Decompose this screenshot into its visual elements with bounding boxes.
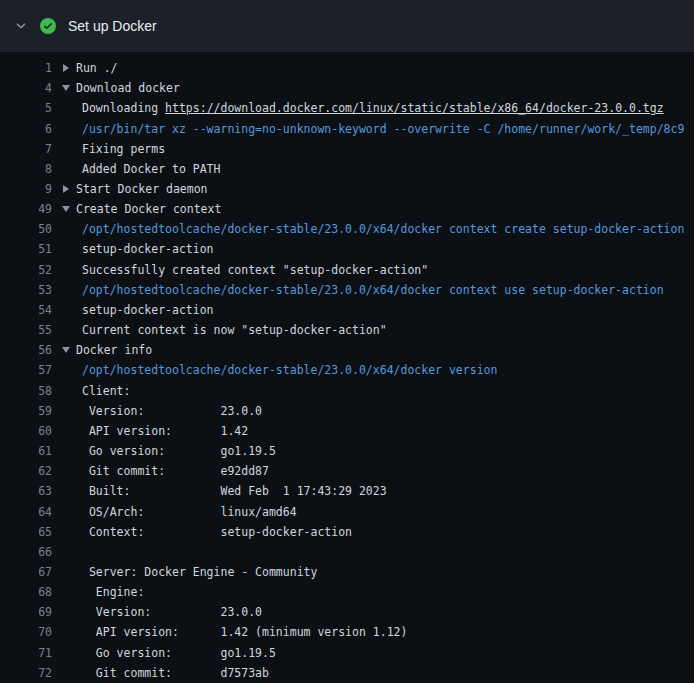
line-number[interactable]: 56 bbox=[0, 343, 52, 357]
log-line: 66 bbox=[0, 542, 694, 562]
log-text: Client: bbox=[82, 384, 130, 398]
log-text: Go version: go1.19.5 bbox=[82, 646, 276, 660]
line-content: Built: Wed Feb 1 17:43:29 2023 bbox=[52, 484, 387, 498]
line-number[interactable]: 66 bbox=[0, 545, 52, 559]
line-number[interactable]: 64 bbox=[0, 505, 52, 519]
log-command-text: /usr/bin/tar xz --warning=no-unknown-key… bbox=[82, 122, 684, 136]
line-content: setup-docker-action bbox=[52, 242, 214, 256]
line-content: Added Docker to PATH bbox=[52, 162, 220, 176]
log-line: 68 Engine: bbox=[0, 582, 694, 602]
log-text: API version: 1.42 bbox=[82, 424, 248, 438]
group-title: Create Docker context bbox=[76, 202, 221, 216]
log-text: Engine: bbox=[82, 585, 144, 599]
line-content: Version: 23.0.0 bbox=[52, 404, 262, 418]
log-group-line[interactable]: 49Create Docker context bbox=[0, 199, 694, 219]
line-number[interactable]: 7 bbox=[0, 142, 52, 156]
log-text: Version: 23.0.0 bbox=[82, 605, 262, 619]
triangle-down-icon[interactable] bbox=[62, 84, 70, 92]
log-command-text: /opt/hostedtoolcache/docker-stable/23.0.… bbox=[82, 222, 684, 236]
line-number[interactable]: 6 bbox=[0, 122, 52, 136]
line-number[interactable]: 4 bbox=[0, 81, 52, 95]
line-number[interactable]: 65 bbox=[0, 525, 52, 539]
group-title: Download docker bbox=[76, 81, 180, 95]
line-number[interactable]: 68 bbox=[0, 585, 52, 599]
line-content: Start Docker daemon bbox=[52, 182, 208, 196]
line-number[interactable]: 8 bbox=[0, 162, 52, 176]
log-line: 63 Built: Wed Feb 1 17:43:29 2023 bbox=[0, 481, 694, 501]
log-line: 70 API version: 1.42 (minimum version 1.… bbox=[0, 622, 694, 642]
line-number[interactable]: 60 bbox=[0, 424, 52, 438]
line-content: Current context is now "setup-docker-act… bbox=[52, 323, 387, 337]
line-number[interactable]: 63 bbox=[0, 484, 52, 498]
line-number[interactable]: 5 bbox=[0, 101, 52, 115]
log-link[interactable]: https://download.docker.com/linux/static… bbox=[165, 101, 664, 115]
log-line: 7Fixing perms bbox=[0, 139, 694, 159]
log-group-line[interactable]: 56Docker info bbox=[0, 340, 694, 360]
line-number[interactable]: 70 bbox=[0, 625, 52, 639]
group-title: Start Docker daemon bbox=[76, 182, 208, 196]
group-title: Docker info bbox=[76, 343, 152, 357]
log-text: setup-docker-action bbox=[82, 242, 214, 256]
log-line: 53/opt/hostedtoolcache/docker-stable/23.… bbox=[0, 280, 694, 300]
log-line: 72 Git commit: d7573ab bbox=[0, 663, 694, 683]
line-number[interactable]: 57 bbox=[0, 363, 52, 377]
line-number[interactable]: 1 bbox=[0, 61, 52, 75]
log-line: 52Successfully created context "setup-do… bbox=[0, 260, 694, 280]
log-line: 67 Server: Docker Engine - Community bbox=[0, 562, 694, 582]
line-number[interactable]: 55 bbox=[0, 323, 52, 337]
log-text: Context: setup-docker-action bbox=[82, 525, 352, 539]
line-content: Go version: go1.19.5 bbox=[52, 444, 276, 458]
log-group-line[interactable]: 9Start Docker daemon bbox=[0, 179, 694, 199]
line-number[interactable]: 53 bbox=[0, 283, 52, 297]
log-command-text: /opt/hostedtoolcache/docker-stable/23.0.… bbox=[82, 283, 664, 297]
line-content: API version: 1.42 (minimum version 1.12) bbox=[52, 625, 407, 639]
line-number[interactable]: 58 bbox=[0, 384, 52, 398]
triangle-right-icon[interactable] bbox=[62, 64, 70, 72]
step-header[interactable]: Set up Docker bbox=[0, 0, 694, 52]
log-text: Downloading bbox=[82, 101, 165, 115]
log-line: 6/usr/bin/tar xz --warning=no-unknown-ke… bbox=[0, 118, 694, 138]
line-number[interactable]: 49 bbox=[0, 202, 52, 216]
actions-log-panel: Set up Docker 1Run ./4Download docker5Do… bbox=[0, 0, 694, 683]
log-line: 64 OS/Arch: linux/amd64 bbox=[0, 501, 694, 521]
triangle-right-icon[interactable] bbox=[62, 185, 70, 193]
log-command-text: /opt/hostedtoolcache/docker-stable/23.0.… bbox=[82, 363, 497, 377]
line-number[interactable]: 72 bbox=[0, 666, 52, 680]
log-text: Current context is now "setup-docker-act… bbox=[82, 323, 387, 337]
line-content: Version: 23.0.0 bbox=[52, 605, 262, 619]
triangle-down-icon[interactable] bbox=[62, 205, 70, 213]
log-group-line[interactable]: 1Run ./ bbox=[0, 58, 694, 78]
log-line: 65 Context: setup-docker-action bbox=[0, 522, 694, 542]
line-number[interactable]: 54 bbox=[0, 303, 52, 317]
chevron-down-icon[interactable] bbox=[14, 19, 28, 33]
line-number[interactable]: 69 bbox=[0, 605, 52, 619]
line-content: Create Docker context bbox=[52, 202, 221, 216]
line-content: OS/Arch: linux/amd64 bbox=[52, 505, 297, 519]
line-content: Server: Docker Engine - Community bbox=[52, 565, 317, 579]
line-content: Download docker bbox=[52, 81, 180, 95]
log-text: Successfully created context "setup-dock… bbox=[82, 263, 428, 277]
line-number[interactable]: 61 bbox=[0, 444, 52, 458]
log-line: 62 Git commit: e92dd87 bbox=[0, 461, 694, 481]
line-number[interactable]: 9 bbox=[0, 182, 52, 196]
line-number[interactable]: 71 bbox=[0, 646, 52, 660]
log-line: 60 API version: 1.42 bbox=[0, 421, 694, 441]
log-group-line[interactable]: 4Download docker bbox=[0, 78, 694, 98]
line-number[interactable]: 50 bbox=[0, 222, 52, 236]
line-content: Git commit: e92dd87 bbox=[52, 464, 269, 478]
line-content: Context: setup-docker-action bbox=[52, 525, 352, 539]
line-number[interactable]: 62 bbox=[0, 464, 52, 478]
line-content: /opt/hostedtoolcache/docker-stable/23.0.… bbox=[52, 363, 497, 377]
line-content: Go version: go1.19.5 bbox=[52, 646, 276, 660]
log-text: Version: 23.0.0 bbox=[82, 404, 262, 418]
log-line: 71 Go version: go1.19.5 bbox=[0, 643, 694, 663]
line-content: /opt/hostedtoolcache/docker-stable/23.0.… bbox=[52, 222, 684, 236]
line-number[interactable]: 67 bbox=[0, 565, 52, 579]
line-number[interactable]: 59 bbox=[0, 404, 52, 418]
line-content: Fixing perms bbox=[52, 142, 165, 156]
triangle-down-icon[interactable] bbox=[62, 346, 70, 354]
line-number[interactable]: 52 bbox=[0, 263, 52, 277]
step-title: Set up Docker bbox=[68, 18, 157, 34]
line-number[interactable]: 51 bbox=[0, 242, 52, 256]
log-line: 57/opt/hostedtoolcache/docker-stable/23.… bbox=[0, 360, 694, 380]
